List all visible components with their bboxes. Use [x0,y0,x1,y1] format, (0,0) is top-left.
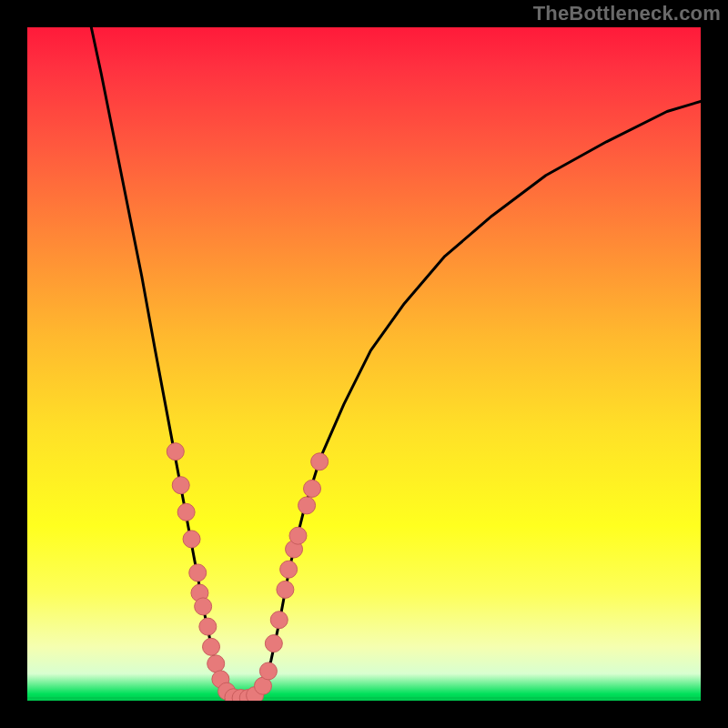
data-marker [265,635,282,652]
data-marker [280,561,298,578]
data-marker [189,564,207,581]
data-marker [203,638,220,655]
data-marker [289,527,307,544]
marker-group [167,443,328,701]
plot-area [27,27,701,701]
bottleneck-curve [91,27,701,699]
data-marker [195,598,212,615]
chart-svg [27,27,701,701]
watermark-text: TheBottleneck.com [533,2,721,25]
data-marker [183,531,200,548]
data-marker [199,618,217,635]
data-marker [172,477,189,494]
data-marker [298,497,316,514]
data-marker [167,443,184,460]
data-marker [259,662,277,680]
data-marker [207,655,225,672]
data-marker [270,612,288,629]
outer-frame: TheBottleneck.com [0,0,728,728]
data-marker [177,503,195,521]
data-marker [277,581,294,598]
data-marker [304,480,321,497]
data-marker [311,453,329,470]
